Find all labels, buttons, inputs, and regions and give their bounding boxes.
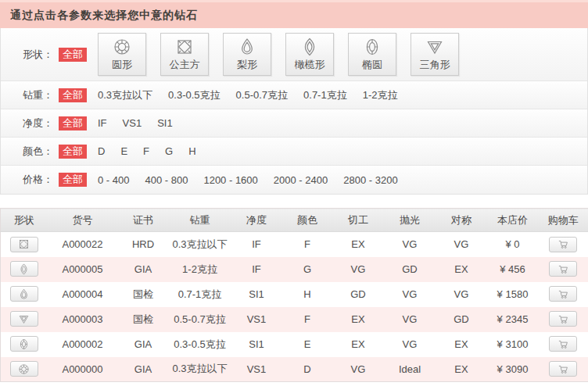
item-no-cell: A000005 [48,257,118,282]
carat-option[interactable]: 0.3-0.5克拉 [168,88,220,102]
filter-label-price: 价格： [23,173,59,187]
triangle-diamond-icon [18,313,30,325]
price-option[interactable]: 400 - 800 [145,174,188,186]
cut-cell: VG [333,357,384,382]
carat-option[interactable]: 0.7-1克拉 [303,88,347,102]
price-all-button[interactable]: 全部 [59,173,87,187]
col-header-polish: 抛光 [384,209,436,232]
symmetry-cell: EX [436,332,487,357]
clarity-option[interactable]: VS1 [123,117,142,129]
price-cell: ¥ 3090 [487,357,539,382]
color-cell: F [282,232,333,257]
carat-cell: 0.3克拉以下 [169,232,231,257]
shape-button-label: 橄榄形 [295,58,325,72]
cut-cell: EX [333,232,384,257]
col-header-shape: 形状 [1,209,48,232]
oval-diamond-icon [363,38,382,56]
oval-diamond-icon [18,338,30,350]
shape-button-pear[interactable]: 梨形 [223,33,271,76]
carat-cell: 1-2克拉 [169,257,231,282]
price-cell: ¥ 2345 [487,307,539,332]
princess-diamond-icon [175,38,194,56]
shape-cell [10,336,38,352]
add-to-cart-button[interactable] [549,286,577,302]
add-to-cart-button[interactable] [549,311,577,327]
add-to-cart-button[interactable] [549,237,577,252]
shape-button-triangle[interactable]: 三角形 [411,33,459,76]
clarity-option[interactable]: IF [98,117,107,129]
price-option[interactable]: 0 - 400 [98,174,129,186]
price-option[interactable]: 1200 - 1600 [203,174,257,186]
col-header-clarity: 净度 [231,209,282,232]
filter-label-carat: 钻重： [23,88,59,102]
color-cell: D [282,357,333,382]
price-options: 0 - 400 400 - 800 1200 - 1600 2000 - 240… [98,174,414,186]
color-option[interactable]: F [143,145,149,157]
carat-cell: 0.3-0.5克拉 [169,332,231,357]
clarity-cell: VS1 [231,307,282,332]
color-option[interactable]: H [188,145,195,157]
price-option[interactable]: 2000 - 2400 [274,174,328,186]
table-row: A000000 GIA 0.3克拉以下 VS1 D VG Ideal EX ¥ … [1,357,588,382]
col-header-item-no: 货号 [48,209,118,232]
color-cell: E [282,332,333,357]
certificate-cell: 国检 [118,307,169,332]
filter-row-price: 价格： 全部 0 - 400 400 - 800 1200 - 1600 200… [1,166,587,194]
certificate-cell: 国检 [118,282,169,307]
shape-all-button[interactable]: 全部 [59,48,87,62]
shape-button-oval[interactable]: 椭圆 [348,33,396,76]
clarity-options: IF VS1 SI1 [98,117,188,129]
certificate-cell: GIA [118,332,169,357]
polish-cell: Ideal [384,357,436,382]
add-to-cart-button[interactable] [549,261,577,277]
clarity-cell: SI1 [231,282,282,307]
symmetry-cell: EX [436,257,487,282]
carat-all-button[interactable]: 全部 [59,88,87,102]
filter-row-shape: 形状： 全部 圆形 公主方 梨形 橄榄形 椭圆 [1,28,587,81]
filter-label-clarity: 净度： [23,116,59,130]
color-option[interactable]: D [98,145,105,157]
page-header: 通过点击各参数来选择您中意的钻石 [0,0,588,28]
table-row: A000022 HRD 0.3克拉以下 IF F EX VG VG ¥ 0 [1,232,588,257]
symmetry-cell: VG [436,282,487,307]
table-row: A000002 GIA 0.3-0.5克拉 SI1 E EX VG EX ¥ 3… [1,332,588,357]
triangle-diamond-icon [425,38,444,56]
clarity-option[interactable]: SI1 [157,117,173,129]
filter-row-carat: 钻重： 全部 0.3克拉以下 0.3-0.5克拉 0.5-0.7克拉 0.7-1… [1,81,587,109]
shape-button-round[interactable]: 圆形 [98,33,146,76]
cart-icon [558,313,569,325]
carat-cell: 0.7-1克拉 [169,282,231,307]
col-header-cart: 购物车 [539,209,588,232]
shape-cell [10,261,38,277]
clarity-cell: VS1 [231,357,282,382]
shape-cell [10,286,38,302]
color-option[interactable]: E [120,145,127,157]
carat-option[interactable]: 1-2克拉 [363,88,398,102]
color-option[interactable]: G [165,145,173,157]
carat-cell: 0.3克拉以下 [169,357,231,382]
princess-diamond-icon [18,238,30,250]
shape-button-marquise[interactable]: 橄榄形 [285,33,334,76]
table-row: A000003 国检 0.5-0.7克拉 VS1 F EX VG GD ¥ 23… [1,307,588,332]
item-no-cell: A000004 [48,282,118,307]
filter-label-color: 颜色： [23,145,59,159]
diamonds-table: 形状 货号 证书 钻重 净度 颜色 切工 抛光 对称 本店价 购物车 A0000… [0,208,588,382]
color-all-button[interactable]: 全部 [59,145,87,159]
certificate-cell: HRD [118,232,169,257]
add-to-cart-button[interactable] [549,336,577,352]
carat-option[interactable]: 0.3克拉以下 [98,88,152,102]
add-to-cart-button[interactable] [549,361,577,377]
filter-row-color: 颜色： 全部 D E F G H [1,138,587,166]
round-diamond-icon [18,363,30,375]
shape-button-princess[interactable]: 公主方 [160,33,209,76]
item-no-cell: A000000 [48,357,118,382]
clarity-all-button[interactable]: 全部 [59,116,87,130]
col-header-cut: 切工 [333,209,384,232]
table-header-row: 形状 货号 证书 钻重 净度 颜色 切工 抛光 对称 本店价 购物车 [1,209,588,232]
price-cell: ¥ 3100 [487,332,539,357]
price-option[interactable]: 2800 - 3200 [343,174,397,186]
filter-row-clarity: 净度： 全部 IF VS1 SI1 [1,109,587,138]
carat-option[interactable]: 0.5-0.7克拉 [236,88,288,102]
symmetry-cell: EX [436,357,487,382]
table-row: A000004 国检 0.7-1克拉 SI1 H GD VG VG ¥ 1580 [1,282,588,307]
